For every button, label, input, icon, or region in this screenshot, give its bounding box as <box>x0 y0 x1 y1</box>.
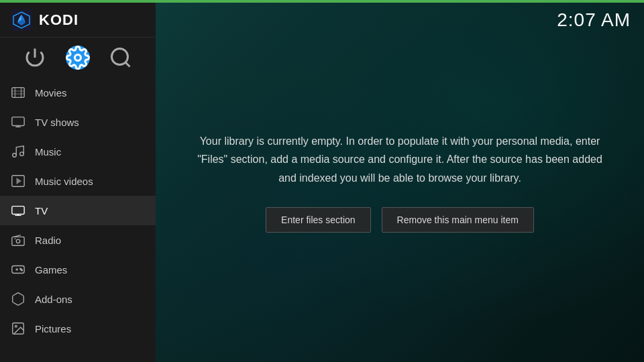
kodi-logo-icon <box>11 9 32 31</box>
main-content: 2:07 AM Your library is currently empty.… <box>156 3 644 362</box>
sidebar-item-addons[interactable]: Add-ons <box>0 284 156 314</box>
svg-rect-20 <box>12 206 24 215</box>
enter-files-button[interactable]: Enter files section <box>266 207 371 233</box>
pictures-icon <box>11 321 25 336</box>
svg-rect-13 <box>12 93 24 94</box>
games-icon <box>11 262 25 277</box>
sidebar-item-tv-shows[interactable]: TV shows <box>0 107 156 137</box>
sidebar-item-music-label: Music <box>35 146 61 158</box>
sidebar-item-games[interactable]: Games <box>0 255 156 284</box>
svg-line-8 <box>125 62 130 67</box>
sidebar-item-tv-shows-label: TV shows <box>35 117 79 128</box>
svg-point-17 <box>13 154 17 158</box>
tv-shows-icon <box>11 115 25 129</box>
svg-rect-11 <box>21 88 22 98</box>
svg-rect-14 <box>12 117 24 126</box>
svg-point-29 <box>20 268 21 269</box>
svg-point-23 <box>16 239 20 243</box>
sidebar-item-music[interactable]: Music <box>0 137 156 166</box>
remove-menu-item-button[interactable]: Remove this main menu item <box>382 207 534 233</box>
search-button[interactable] <box>109 46 133 70</box>
sidebar: KODI <box>0 3 156 362</box>
sidebar-item-games-label: Games <box>35 264 67 276</box>
music-videos-icon <box>11 174 25 188</box>
sidebar-item-radio-label: Radio <box>35 235 61 246</box>
sidebar-nav: Movies TV shows Music Music videos <box>0 78 156 362</box>
svg-point-32 <box>15 325 17 327</box>
movies-icon <box>11 85 25 100</box>
sidebar-item-addons-label: Add-ons <box>35 294 72 305</box>
sidebar-item-music-videos-label: Music videos <box>35 176 93 187</box>
sidebar-item-pictures-label: Pictures <box>35 323 71 335</box>
sidebar-item-pictures[interactable]: Pictures <box>0 314 156 343</box>
svg-point-6 <box>75 55 81 61</box>
sidebar-icon-row <box>0 38 156 78</box>
svg-point-18 <box>20 152 24 156</box>
action-buttons-row: Enter files section Remove this main men… <box>266 207 534 233</box>
library-empty-message: Your library is currently empty. In orde… <box>196 132 604 187</box>
sidebar-item-music-videos[interactable]: Music videos <box>0 166 156 196</box>
svg-rect-22 <box>12 237 24 245</box>
settings-button[interactable] <box>66 46 90 70</box>
addons-icon <box>11 292 25 306</box>
power-button[interactable] <box>23 46 47 70</box>
radio-icon <box>11 233 25 247</box>
music-icon <box>11 144 25 159</box>
svg-point-7 <box>112 49 128 65</box>
svg-rect-10 <box>15 88 16 98</box>
svg-rect-12 <box>12 90 24 91</box>
svg-rect-9 <box>12 88 24 98</box>
clock-display: 2:07 AM <box>557 9 631 31</box>
app-title: KODI <box>39 11 78 29</box>
sidebar-item-tv[interactable]: TV <box>0 196 156 225</box>
empty-library-panel: Your library is currently empty. In orde… <box>156 3 644 362</box>
svg-point-30 <box>21 269 23 271</box>
sidebar-item-radio[interactable]: Radio <box>0 225 156 255</box>
sidebar-item-movies-label: Movies <box>35 87 67 99</box>
sidebar-header: KODI <box>0 3 156 38</box>
sidebar-item-movies[interactable]: Movies <box>0 78 156 107</box>
sidebar-item-tv-label: TV <box>35 205 48 217</box>
tv-icon <box>11 203 25 218</box>
